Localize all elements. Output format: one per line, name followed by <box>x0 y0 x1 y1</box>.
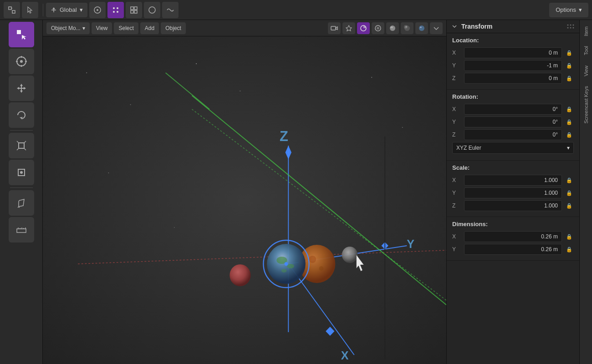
dim-x-label: X <box>452 233 461 240</box>
svg-point-54 <box>108 172 109 173</box>
object-mode-btn[interactable]: Object Mo... ▾ <box>46 22 90 34</box>
svg-point-48 <box>86 72 87 73</box>
snap-btn[interactable] <box>89 2 106 18</box>
measure-tool-btn[interactable] <box>9 217 34 243</box>
svg-point-83 <box>570 25 572 26</box>
svg-point-4 <box>97 9 98 11</box>
loc-z-label: Z <box>452 75 461 81</box>
viewport[interactable]: Object Mo... ▾ View Select Add Object <box>43 20 446 364</box>
loc-z-value[interactable]: 0 m <box>464 73 562 84</box>
svg-point-44 <box>405 26 407 27</box>
viewport-header: Object Mo... ▾ View Select Add Object <box>43 20 446 36</box>
loc-y-value[interactable]: -1 m <box>464 60 562 71</box>
tab-tool[interactable]: Tool <box>582 41 591 60</box>
viewport-more-btn[interactable] <box>430 22 443 34</box>
rot-z-label: Z <box>452 131 461 138</box>
circle-btn[interactable] <box>144 2 160 18</box>
rot-z-lock[interactable]: 🔒 <box>565 132 574 138</box>
svg-point-79 <box>342 247 358 263</box>
transform-tool-btn[interactable] <box>9 160 34 185</box>
location-y-row: Y -1 m 🔒 <box>452 60 574 71</box>
transform-selector-btn[interactable] <box>4 2 20 18</box>
viewport-shading-rendered-btn[interactable] <box>415 22 428 34</box>
tab-view[interactable]: View <box>582 61 591 81</box>
svg-rect-23 <box>19 143 24 148</box>
rot-x-lock[interactable]: 🔒 <box>565 106 574 112</box>
svg-point-52 <box>371 77 372 78</box>
move-tool-btn[interactable] <box>9 76 34 101</box>
svg-point-76 <box>281 269 287 273</box>
svg-point-50 <box>196 63 197 64</box>
euler-dropdown[interactable]: XYZ Euler ▾ <box>452 142 574 154</box>
rotation-header: Rotation: <box>452 93 574 100</box>
svg-point-46 <box>420 26 422 28</box>
right-panel: Transform Location: X 0 m 🔒 <box>446 20 592 364</box>
loc-x-value[interactable]: 0 m <box>464 47 562 58</box>
scale-z-value[interactable]: 1.000 <box>464 200 562 211</box>
viewport-camera-icon-btn[interactable] <box>328 22 341 34</box>
loc-x-lock[interactable]: 🔒 <box>565 50 574 56</box>
cursor-tool-btn[interactable] <box>9 49 34 74</box>
object-menu-btn[interactable]: Object <box>161 22 186 34</box>
rot-y-label: Y <box>452 119 461 125</box>
svg-rect-11 <box>131 10 133 13</box>
viewport-shading-solid-btn[interactable] <box>386 22 399 34</box>
dim-x-lock[interactable]: 🔒 <box>565 234 574 240</box>
scale-y-label: Y <box>452 190 461 196</box>
scale-header: Scale: <box>452 164 574 171</box>
tab-screencast-keys[interactable]: Screencast Keys <box>582 81 591 128</box>
scale-x-lock[interactable]: 🔒 <box>565 177 574 183</box>
overlay-dots-btn[interactable] <box>107 2 124 18</box>
viewport-pin-icon-btn[interactable] <box>342 22 355 34</box>
scale-x-value[interactable]: 1.000 <box>464 175 562 186</box>
viewport-shading-material-btn[interactable] <box>401 22 413 34</box>
location-z-row: Z 0 m 🔒 <box>452 73 574 84</box>
panel-drag-icon <box>566 24 575 29</box>
dim-y-lock[interactable]: 🔒 <box>565 247 574 253</box>
svg-point-82 <box>567 25 569 26</box>
viewport-overlay-btn[interactable] <box>357 22 370 34</box>
svg-point-49 <box>130 104 131 105</box>
scale-tool-btn[interactable] <box>9 133 34 158</box>
dim-y-value[interactable]: 0.26 m <box>464 244 562 255</box>
select-tool-btn[interactable] <box>9 22 34 47</box>
svg-line-27 <box>24 148 26 150</box>
scale-y-value[interactable]: 1.000 <box>464 187 562 198</box>
svg-point-53 <box>402 127 403 128</box>
rot-y-lock[interactable]: 🔒 <box>565 119 574 125</box>
wave-btn[interactable] <box>162 2 179 18</box>
svg-rect-12 <box>134 10 137 13</box>
scale-y-lock[interactable]: 🔒 <box>565 190 574 196</box>
options-btn[interactable]: Options ▾ <box>549 3 588 17</box>
rotate-tool-btn[interactable] <box>9 102 34 128</box>
grid-btn[interactable] <box>126 2 142 18</box>
svg-point-6 <box>117 7 118 9</box>
viewport-canvas[interactable]: User Perspective (40) Scene Collection |… <box>43 36 446 364</box>
orientation-label: Global <box>60 6 77 13</box>
select-menu-btn[interactable]: Select <box>114 22 138 34</box>
location-section: Location: X 0 m 🔒 Y -1 m 🔒 Z 0 m 🔒 <box>447 33 579 90</box>
top-header: Global ▾ Options <box>0 0 592 20</box>
loc-x-label: X <box>452 50 461 56</box>
svg-point-71 <box>309 256 316 263</box>
add-menu-btn[interactable]: Add <box>140 22 159 34</box>
rot-y-value[interactable]: 0° <box>464 116 562 127</box>
svg-line-24 <box>17 141 19 143</box>
annotate-tool-btn[interactable] <box>9 190 34 216</box>
svg-rect-1 <box>12 10 15 13</box>
scale-z-lock[interactable]: 🔒 <box>565 203 574 209</box>
loc-z-lock[interactable]: 🔒 <box>565 76 574 81</box>
tab-item[interactable]: Item <box>582 22 591 40</box>
rot-x-value[interactable]: 0° <box>464 104 562 115</box>
view-label: View <box>96 25 108 31</box>
loc-y-label: Y <box>452 62 461 69</box>
rot-z-value[interactable]: 0° <box>464 129 562 140</box>
dim-x-value[interactable]: 0.26 m <box>464 231 562 242</box>
scale-section: Scale: X 1.000 🔒 Y 1.000 🔒 Z 1.000 🔒 <box>447 161 579 217</box>
view-menu-btn[interactable]: View <box>92 22 112 34</box>
svg-point-87 <box>573 27 574 29</box>
viewport-render-btn[interactable] <box>372 22 384 34</box>
transform-orientation-dropdown[interactable]: Global ▾ <box>46 3 87 17</box>
loc-y-lock[interactable]: 🔒 <box>565 63 574 69</box>
cursor-mode-btn[interactable] <box>22 2 38 18</box>
